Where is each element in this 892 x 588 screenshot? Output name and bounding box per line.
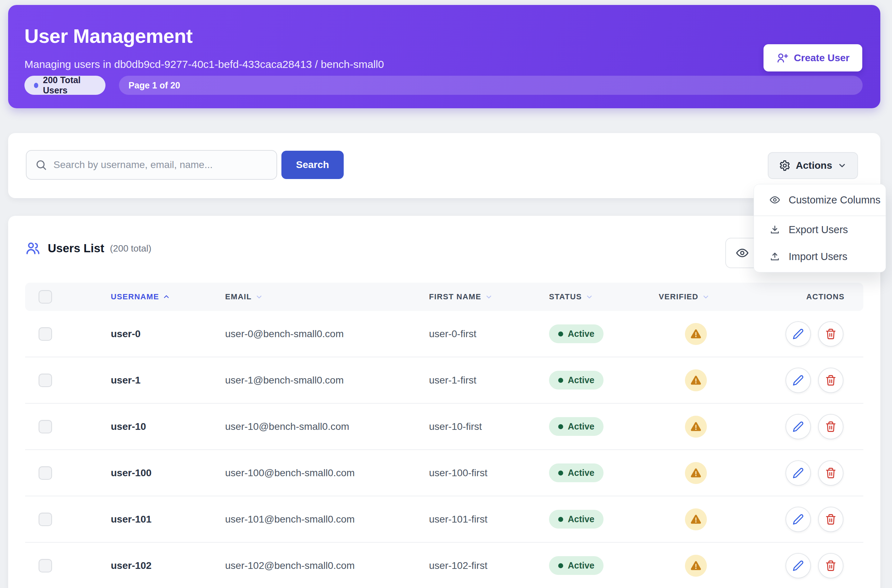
delete-user-button[interactable] [818, 414, 844, 440]
users-list-count: (200 total) [110, 243, 152, 254]
table-header-row: USERNAME EMAIL FIRST NAME STATUS VERIFIE… [25, 283, 863, 311]
table-row: user-10 user-10@bench-small0.com user-10… [25, 404, 863, 450]
actions-dropdown-button[interactable]: Actions [768, 152, 858, 179]
user-plus-icon [776, 52, 788, 64]
verified-warning-icon [685, 555, 707, 577]
first-name-cell: user-100-first [429, 467, 487, 478]
status-badge: Active [549, 510, 604, 529]
verified-warning-icon [685, 416, 707, 438]
column-header-status[interactable]: STATUS [549, 292, 659, 302]
page-subtitle: Managing users in db0db9cd-9277-40c1-bef… [24, 58, 863, 71]
email-cell: user-1@bench-small0.com [225, 375, 344, 386]
table-row: user-0 user-0@bench-small0.com user-0-fi… [25, 311, 863, 357]
username-cell: user-101 [111, 514, 152, 525]
eye-icon [736, 247, 749, 260]
status-badge: Active [549, 371, 604, 390]
pencil-icon [793, 375, 804, 386]
select-all-checkbox[interactable] [39, 290, 52, 303]
page-number-badge: Page 1 of 20 [119, 76, 863, 95]
delete-user-button[interactable] [818, 553, 844, 579]
users-list-card: Users List (200 total) USERNAME EMAIL FI… [8, 216, 880, 588]
page-header: User Management Managing users in db0db9… [8, 5, 880, 108]
verified-warning-icon [685, 323, 707, 345]
edit-user-button[interactable] [785, 368, 811, 393]
menu-item-export-users[interactable]: Export Users [754, 216, 886, 243]
email-cell: user-102@bench-small0.com [225, 560, 355, 572]
row-checkbox[interactable] [39, 420, 52, 434]
trash-icon [825, 421, 836, 432]
status-dot-icon [558, 517, 563, 522]
column-header-first-name[interactable]: FIRST NAME [429, 292, 549, 302]
email-cell: user-100@bench-small0.com [225, 467, 355, 478]
status-badge: Active [549, 324, 604, 343]
search-button[interactable]: Search [281, 151, 344, 179]
verified-warning-icon [685, 462, 707, 484]
chevron-down-icon [702, 293, 710, 301]
trash-icon [825, 328, 836, 340]
delete-user-button[interactable] [818, 460, 844, 486]
pencil-icon [793, 560, 804, 572]
delete-user-button[interactable] [818, 507, 844, 532]
column-header-actions: ACTIONS [765, 292, 863, 302]
row-checkbox[interactable] [39, 466, 52, 480]
email-cell: user-10@bench-small0.com [225, 421, 349, 432]
menu-item-customize-columns[interactable]: Customize Columns [754, 184, 886, 216]
total-users-badge: 200 Total Users [24, 76, 105, 95]
users-list-header: Users List (200 total) [25, 238, 863, 258]
verified-warning-icon [685, 369, 707, 391]
delete-user-button[interactable] [818, 321, 844, 347]
edit-user-button[interactable] [785, 414, 811, 440]
search-icon [35, 159, 47, 171]
delete-user-button[interactable] [818, 368, 844, 393]
edit-user-button[interactable] [785, 507, 811, 532]
pencil-icon [793, 514, 804, 525]
row-checkbox[interactable] [39, 513, 52, 526]
pencil-icon [793, 421, 804, 432]
users-table-body: user-0 user-0@bench-small0.com user-0-fi… [25, 311, 863, 588]
first-name-cell: user-101-first [429, 514, 487, 525]
status-dot-icon [558, 471, 563, 476]
column-header-username[interactable]: USERNAME [111, 292, 225, 302]
status-badge: Active [549, 464, 604, 482]
create-user-button[interactable]: Create User [763, 44, 862, 72]
download-icon [769, 224, 780, 235]
chevron-down-icon [586, 293, 593, 301]
edit-user-button[interactable] [785, 321, 811, 347]
table-row: user-100 user-100@bench-small0.com user-… [25, 450, 863, 496]
column-header-email[interactable]: EMAIL [225, 292, 429, 302]
search-input[interactable] [53, 159, 268, 171]
username-cell: user-10 [111, 421, 146, 432]
row-checkbox[interactable] [39, 374, 52, 387]
username-cell: user-1 [111, 375, 141, 386]
edit-user-button[interactable] [785, 553, 811, 579]
column-header-verified[interactable]: VERIFIED [659, 292, 765, 302]
search-input-wrap [26, 150, 277, 180]
email-cell: user-0@bench-small0.com [225, 328, 344, 340]
row-checkbox[interactable] [39, 327, 52, 341]
menu-item-import-users[interactable]: Import Users [754, 243, 886, 270]
status-dot-icon [558, 424, 563, 429]
edit-user-button[interactable] [785, 460, 811, 486]
search-toolbar: Search Actions [8, 133, 880, 198]
chevron-down-icon [838, 161, 847, 170]
eye-icon [769, 195, 780, 205]
username-cell: user-0 [111, 328, 141, 340]
status-badge: Active [549, 417, 604, 436]
chevron-up-icon [162, 293, 170, 301]
table-row: user-101 user-101@bench-small0.com user-… [25, 496, 863, 543]
username-cell: user-102 [111, 560, 152, 572]
trash-icon [825, 514, 836, 525]
status-dot-icon [558, 332, 563, 336]
first-name-cell: user-102-first [429, 560, 487, 572]
chevron-down-icon [255, 293, 263, 301]
verified-warning-icon [685, 508, 707, 530]
users-icon [25, 241, 41, 256]
row-checkbox[interactable] [39, 559, 52, 572]
username-cell: user-100 [111, 467, 152, 478]
chevron-down-icon [485, 293, 493, 301]
table-row: user-1 user-1@bench-small0.com user-1-fi… [25, 357, 863, 404]
first-name-cell: user-10-first [429, 421, 482, 432]
status-dot-icon [558, 378, 563, 383]
first-name-cell: user-0-first [429, 328, 476, 340]
trash-icon [825, 560, 836, 572]
